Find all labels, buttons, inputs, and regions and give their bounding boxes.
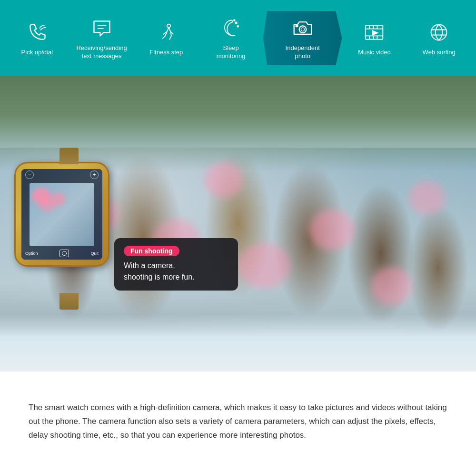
fun-shooting-callout: Fun shooting With a camera,shooting is m… — [114, 238, 238, 291]
watch-controls: Option Quit — [21, 249, 102, 258]
feature-label-messages: Receiving/sendingtext messages — [76, 44, 127, 60]
watch-quit-label: Quit — [90, 251, 99, 256]
watch-device: − + Option Quit — [14, 162, 124, 295]
svg-rect-8 — [296, 26, 298, 27]
feature-pickup-dial[interactable]: Pick up/dial — [5, 15, 69, 61]
feature-bar: Pick up/dial Receiving/sendingtext messa… — [0, 0, 476, 76]
watch-photo-preview — [30, 183, 94, 246]
svg-marker-18 — [373, 30, 378, 35]
feature-sleep[interactable]: Sleepmonitoring — [198, 11, 263, 65]
watch-screen: − + Option Quit — [21, 169, 102, 260]
watch-option-label: Option — [25, 251, 38, 256]
run-icon — [154, 20, 178, 45]
feature-label-fitness: Fitness step — [149, 49, 183, 57]
description-text: The smart watch comes with a high-defini… — [29, 401, 447, 442]
film-icon — [362, 20, 387, 45]
feature-label-pickup: Pick up/dial — [21, 49, 53, 57]
feature-text-messages[interactable]: Receiving/sendingtext messages — [69, 11, 134, 65]
feature-independent-photo[interactable]: Independentphoto — [263, 11, 342, 65]
feature-label-web: Web surfing — [423, 49, 456, 57]
sleep-icon — [218, 16, 243, 40]
svg-point-5 — [234, 20, 235, 21]
phone-icon — [25, 20, 50, 45]
feature-web-surfing[interactable]: Web surfing — [407, 15, 471, 61]
watch-minus-btn[interactable]: − — [25, 171, 34, 179]
svg-point-6 — [299, 26, 306, 33]
watch-plus-btn[interactable]: + — [90, 171, 99, 179]
fun-shooting-tag: Fun shooting — [124, 246, 179, 256]
svg-point-7 — [301, 28, 304, 31]
camera-icon — [290, 16, 315, 40]
feature-label-music: Music video — [358, 49, 391, 57]
svg-point-19 — [431, 24, 447, 40]
fun-shooting-text: With a camera,shooting is more fun. — [124, 260, 228, 283]
main-image-section: − + Option Quit — [0, 76, 476, 372]
feature-label-photo: Independentphoto — [286, 44, 320, 60]
svg-point-2 — [167, 24, 170, 27]
feature-music-video[interactable]: Music video — [342, 15, 407, 61]
svg-point-3 — [235, 22, 237, 24]
watch-camera-btn[interactable] — [60, 250, 69, 257]
globe-icon — [426, 20, 451, 45]
watch-body: − + Option Quit — [14, 162, 109, 267]
feature-fitness[interactable]: Fitness step — [134, 15, 198, 61]
message-icon — [89, 16, 114, 40]
svg-point-4 — [237, 26, 238, 27]
description-section: The smart watch comes with a high-defini… — [0, 372, 476, 472]
feature-label-sleep: Sleepmonitoring — [217, 44, 246, 60]
